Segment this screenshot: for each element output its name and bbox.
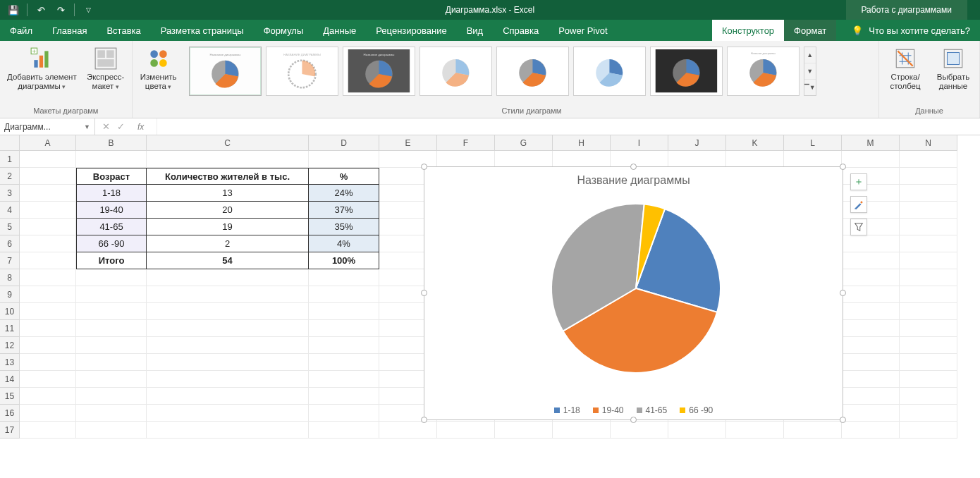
cell-B14[interactable] (76, 371, 147, 388)
col-header-L[interactable]: L (784, 135, 842, 151)
cell-D6[interactable]: 4% (309, 235, 379, 252)
cell-E1[interactable] (379, 151, 437, 168)
redo-icon[interactable]: ↷ (53, 2, 68, 18)
cell-C2[interactable]: Количество жителей в тыс. (147, 168, 309, 185)
col-header-K[interactable]: K (726, 135, 784, 151)
cell-A11[interactable] (20, 320, 76, 337)
cell-C12[interactable] (147, 337, 309, 354)
cell-I17[interactable] (611, 422, 668, 439)
row-header-11[interactable]: 11 (0, 320, 20, 337)
row-header-1[interactable]: 1 (0, 151, 20, 168)
cell-L1[interactable] (784, 151, 842, 168)
legend-item-3[interactable]: 66 -90 (680, 405, 713, 415)
cell-M8[interactable] (842, 269, 900, 286)
cell-F17[interactable] (437, 422, 495, 439)
cell-D15[interactable] (309, 388, 379, 405)
row-header-16[interactable]: 16 (0, 405, 20, 422)
cell-M9[interactable] (842, 286, 900, 303)
cell-M14[interactable] (842, 371, 900, 388)
tab-help[interactable]: Справка (493, 20, 549, 41)
cell-C14[interactable] (147, 371, 309, 388)
chart-style-2[interactable]: НАЗВАНИЕ ДИАГРАММЫ (266, 47, 338, 96)
row-header-8[interactable]: 8 (0, 269, 20, 286)
cell-M1[interactable] (842, 151, 900, 168)
cell-D17[interactable] (309, 422, 379, 439)
tab-format[interactable]: Формат (784, 20, 836, 41)
cell-B10[interactable] (76, 303, 147, 320)
cell-M13[interactable] (842, 354, 900, 371)
save-icon[interactable]: 💾 (6, 2, 21, 18)
cell-M6[interactable] (842, 235, 900, 252)
cell-N7[interactable] (900, 252, 957, 269)
col-header-B[interactable]: B (76, 135, 147, 151)
cell-A15[interactable] (20, 388, 76, 405)
cell-M11[interactable] (842, 320, 900, 337)
chart-styles-button[interactable] (850, 196, 867, 213)
cell-H1[interactable] (553, 151, 611, 168)
col-header-A[interactable]: A (20, 135, 76, 151)
resize-handle-ne[interactable] (840, 164, 846, 170)
cell-C3[interactable]: 13 (147, 185, 309, 202)
cell-D10[interactable] (309, 303, 379, 320)
cell-C8[interactable] (147, 269, 309, 286)
tab-page-layout[interactable]: Разметка страницы (151, 20, 254, 41)
tab-powerpivot[interactable]: Power Pivot (549, 20, 617, 41)
cell-B2[interactable]: Возраст (76, 168, 147, 185)
cell-B15[interactable] (76, 388, 147, 405)
select-data-button[interactable]: Выбрать данные (931, 44, 975, 94)
resize-handle-s[interactable] (630, 417, 637, 423)
gallery-scroll-up[interactable]: ▲ (804, 47, 816, 63)
change-colors-button[interactable]: Изменить цвета (137, 44, 180, 94)
cell-G1[interactable] (495, 151, 553, 168)
cell-A3[interactable] (20, 185, 76, 202)
quick-layout-button[interactable]: Экспресс- макет (84, 44, 128, 94)
chart-style-8[interactable]: Название диаграммы (727, 47, 800, 96)
resize-handle-e[interactable] (840, 290, 846, 296)
cell-N13[interactable] (900, 354, 957, 371)
cell-A10[interactable] (20, 303, 76, 320)
undo-icon[interactable]: ↶ (33, 2, 49, 18)
cell-B6[interactable]: 66 -90 (76, 235, 147, 252)
chart-style-5[interactable] (496, 47, 569, 96)
cell-J17[interactable] (668, 422, 726, 439)
row-header-9[interactable]: 9 (0, 286, 20, 303)
chart-elements-button[interactable]: ＋ (850, 173, 867, 190)
row-header-6[interactable]: 6 (0, 235, 20, 252)
cell-B5[interactable]: 41-65 (76, 219, 147, 235)
cell-N3[interactable] (900, 185, 957, 202)
cell-B16[interactable] (76, 405, 147, 422)
cell-D5[interactable]: 35% (309, 219, 379, 235)
cell-N4[interactable] (900, 202, 957, 219)
cell-D2[interactable]: % (309, 168, 379, 185)
cell-A4[interactable] (20, 202, 76, 219)
cell-D9[interactable] (309, 286, 379, 303)
cell-N1[interactable] (900, 151, 957, 168)
cell-D8[interactable] (309, 269, 379, 286)
cell-D16[interactable] (309, 405, 379, 422)
cell-M12[interactable] (842, 337, 900, 354)
legend-item-1[interactable]: 19-40 (593, 405, 624, 415)
chart-title[interactable]: Название диаграммы (424, 167, 843, 190)
cell-A12[interactable] (20, 337, 76, 354)
row-header-7[interactable]: 7 (0, 252, 20, 269)
cell-J1[interactable] (668, 151, 726, 168)
switch-row-column-button[interactable]: Строка/ столбец (883, 44, 927, 94)
cancel-formula-icon[interactable]: ✕ (102, 121, 110, 132)
cell-N12[interactable] (900, 337, 957, 354)
cell-N6[interactable] (900, 235, 957, 252)
tab-file[interactable]: Файл (0, 20, 42, 41)
cell-B11[interactable] (76, 320, 147, 337)
col-header-G[interactable]: G (495, 135, 553, 151)
cell-H17[interactable] (553, 422, 611, 439)
name-box-dropdown-icon[interactable]: ▼ (84, 123, 90, 130)
cell-B4[interactable]: 19-40 (76, 202, 147, 219)
cell-M17[interactable] (842, 422, 900, 439)
fx-label[interactable]: fx (132, 122, 149, 132)
cell-K1[interactable] (726, 151, 784, 168)
tab-formulas[interactable]: Формулы (254, 20, 314, 41)
cell-D13[interactable] (309, 354, 379, 371)
cell-N8[interactable] (900, 269, 957, 286)
cell-B17[interactable] (76, 422, 147, 439)
row-header-17[interactable]: 17 (0, 422, 20, 439)
row-header-10[interactable]: 10 (0, 303, 20, 320)
